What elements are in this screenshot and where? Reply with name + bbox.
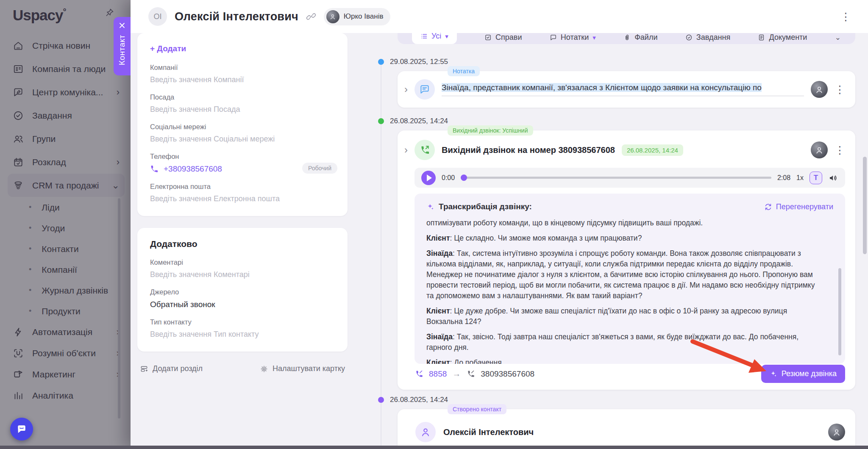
tab-files[interactable]: Файли	[623, 33, 657, 44]
field-comments: Коментарі Введіть значення Коментарі	[150, 258, 335, 279]
timeline-tabs: Усі Справи Нотатки Файли	[398, 33, 855, 44]
card-actions-row: Додати розділ Налаштувати картку	[137, 364, 348, 373]
chat-icon	[16, 423, 28, 435]
play-button[interactable]	[421, 171, 436, 185]
note-more-menu[interactable]	[835, 84, 845, 95]
expand-chevron-icon[interactable]	[404, 84, 408, 94]
call-more-menu[interactable]	[835, 145, 845, 155]
transcript-title-row: Транскрибація дзвінку:	[426, 202, 532, 211]
avatar	[326, 10, 339, 23]
source-value[interactable]: Обратный звонок	[150, 300, 335, 309]
phone-type-tag[interactable]: Робочий	[302, 163, 337, 174]
modal-scrim	[0, 0, 131, 449]
company-input[interactable]: Введіть значення Компанії	[150, 75, 335, 84]
email-input[interactable]: Введіть значення Електронна пошта	[150, 194, 335, 203]
timeline-column: Усі Справи Нотатки Файли	[377, 33, 856, 449]
chevron-down-icon	[445, 33, 448, 41]
field-email: Електронна пошта Введіть значення Електр…	[150, 183, 335, 203]
extra-fields-card: Додатково Коментарі Введіть значення Ком…	[137, 228, 348, 352]
field-company: Компанії Введіть значення Компанії	[150, 64, 335, 84]
slideover-tab-label: Контакт	[117, 35, 127, 65]
tab-tasks[interactable]: Завдання	[685, 33, 730, 44]
contact-slideover-tab[interactable]: Контакт	[114, 17, 131, 75]
call-footer-row: 8858 → 380938567608 Резюме дзвінка	[415, 365, 845, 383]
link-icon[interactable]	[306, 11, 316, 22]
note-icon	[550, 34, 557, 41]
current-time: 0:00	[442, 174, 455, 182]
responsible-user-name: Юрко Іванів	[344, 12, 384, 21]
call-date-chip: 26.08.2025, 14:24	[622, 144, 683, 156]
field-position: Посада Введіть значення Посада	[150, 93, 335, 114]
arrow-right-icon: →	[452, 369, 461, 379]
note-text-input[interactable]: Зінаїда, представник компанії, зв'язалас…	[442, 83, 804, 96]
entry-date-row: 26.08.2025, 14:24	[377, 396, 856, 404]
outgoing-call-icon	[415, 140, 435, 160]
header-more-menu[interactable]	[840, 11, 851, 22]
phone-number-link[interactable]: +380938567608	[164, 164, 222, 174]
phone-icon	[150, 165, 159, 173]
refresh-icon	[764, 203, 772, 211]
call-title: Вихідний дзвінок на номер 380938567608	[442, 145, 615, 155]
contact-initials-avatar: ОІ	[148, 7, 167, 26]
timeline-dot-blue	[378, 59, 384, 65]
tab-notes[interactable]: Нотатки	[550, 33, 596, 44]
outgoing-phone-icon	[415, 369, 423, 378]
add-section-icon	[140, 365, 148, 373]
timeline-dot-green	[378, 118, 384, 124]
support-chat-fab[interactable]	[10, 418, 33, 441]
note-chip: Нотатка	[448, 66, 480, 76]
slider-thumb[interactable]	[461, 175, 467, 181]
page-title: Олексій Інтелектович	[175, 10, 298, 23]
responsible-user-chip[interactable]: Юрко Іванів	[324, 8, 390, 25]
total-time: 2:08	[777, 174, 790, 182]
bottom-edge	[0, 446, 868, 449]
regenerate-transcript-button[interactable]: Перегенерувати	[764, 202, 833, 211]
add-field-button[interactable]: + Додати	[150, 44, 335, 53]
close-icon[interactable]	[118, 21, 126, 30]
created-chip: Створено контакт	[448, 404, 506, 414]
contact-created-card: Створено контакт Олексій Інтелектович	[398, 409, 855, 449]
playback-speed[interactable]: 1x	[796, 174, 804, 182]
call-card: Вихідний дзвінок: Успішний Вихідний дзві…	[398, 130, 855, 390]
timeline-entry-created: 26.08.2025, 14:24 Створено контакт Олекс…	[377, 396, 856, 449]
chevron-down-icon	[593, 33, 596, 42]
field-source: Джерело Обратный звонок	[150, 288, 335, 309]
call-to-number: 380938567608	[481, 369, 534, 379]
volume-icon[interactable]	[828, 173, 838, 183]
field-phone: Телефон +380938567608 Робочий	[150, 152, 335, 174]
main-fields-card: + Додати Компанії Введіть значення Компа…	[137, 33, 348, 216]
timeline-dot-purple	[378, 397, 384, 403]
tabs-overflow-chevron[interactable]	[835, 33, 841, 44]
contact-type-input[interactable]: Введіть значення Тип контакту	[150, 330, 335, 339]
clock-check-icon	[685, 34, 693, 41]
call-from-number[interactable]: 8858	[429, 369, 447, 379]
contact-header: ОІ Олексій Інтелектович Юрко Іванів	[131, 0, 868, 33]
call-transcript-panel: Транскрибація дзвінку: Перегенерувати оп…	[415, 194, 845, 364]
contact-fields-column: + Додати Компанії Введіть значення Компа…	[137, 33, 348, 373]
contact-body: + Додати Компанії Введіть значення Компа…	[131, 33, 868, 449]
add-section-button[interactable]: Додати розділ	[140, 364, 203, 373]
configure-card-button[interactable]: Налаштувати картку	[260, 364, 345, 373]
checkbox-icon	[484, 34, 492, 41]
social-input[interactable]: Введіть значення Соціальні мережі	[150, 135, 335, 144]
seek-slider[interactable]	[461, 177, 771, 179]
person-icon	[415, 422, 436, 442]
avatar	[811, 81, 828, 98]
expand-chevron-icon[interactable]	[404, 145, 408, 155]
comments-input[interactable]: Введіть значення Коментарі	[150, 270, 335, 279]
field-contact-type: Тип контакту Введіть значення Тип контак…	[150, 318, 335, 339]
extra-card-title: Додатково	[150, 239, 335, 249]
note-card: Нотатка Зінаїда, представник компанії, з…	[398, 71, 855, 108]
incoming-phone-icon	[466, 369, 475, 378]
call-status-chip: Вихідний дзвінок: Успішний	[448, 125, 533, 136]
avatar	[828, 424, 845, 441]
page-scrollbar[interactable]	[863, 157, 867, 254]
tab-activities[interactable]: Справи	[484, 33, 522, 44]
position-input[interactable]: Введіть значення Посада	[150, 105, 335, 114]
tab-all[interactable]: Усі	[412, 33, 457, 44]
entry-date-row: 26.08.2025, 14:24	[377, 117, 856, 125]
transcript-toggle-button[interactable]: T	[810, 172, 822, 184]
transcript-scrollbar[interactable]	[838, 268, 841, 355]
avatar	[811, 141, 828, 158]
tab-documents[interactable]: Документи	[758, 33, 807, 44]
